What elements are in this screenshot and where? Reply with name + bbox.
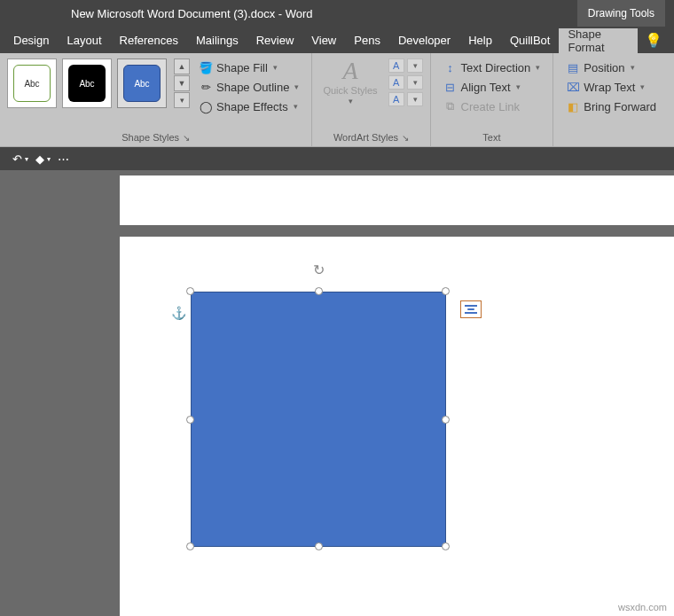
resize-handle-tl[interactable]: [186, 287, 194, 295]
shape-style-gallery: Abc Abc Abc ▲ ▼ ▾: [5, 57, 192, 111]
tab-pens[interactable]: Pens: [345, 28, 389, 52]
context-tab-label: Drawing Tools: [577, 0, 665, 27]
group-label-shape-styles: Shape Styles: [121, 132, 179, 143]
document-area: ⚓ ↻: [0, 170, 674, 616]
group-text: ↕Text Direction▾ ⊟Align Text▾ ⧉Create Li…: [431, 53, 554, 146]
watermark-text: wsxdn.com: [618, 602, 667, 612]
tell-me-icon[interactable]: 💡: [638, 32, 670, 49]
chevron-down-icon: ▾: [631, 63, 635, 72]
tab-layout[interactable]: Layout: [58, 28, 110, 52]
group-label-wordart: WordArt Styles: [333, 132, 398, 143]
chevron-down-icon: ▾: [294, 102, 298, 111]
resize-handle-ml[interactable]: [186, 416, 194, 424]
tab-developer[interactable]: Developer: [389, 28, 459, 52]
align-text-icon: ⊟: [443, 80, 458, 94]
tab-references[interactable]: References: [111, 28, 187, 52]
text-effects-button[interactable]: A: [388, 92, 404, 106]
text-outline-button[interactable]: A: [388, 75, 404, 90]
title-bar: New Microsoft Word Document (3).docx - W…: [0, 0, 674, 27]
group-shape-styles: Abc Abc Abc ▲ ▼ ▾ 🪣Shape Fill▾ ✏Shape Ou…: [0, 53, 312, 146]
link-icon: ⧉: [443, 99, 458, 113]
group-label-text: Text: [482, 132, 500, 143]
gallery-up-icon[interactable]: ▲: [174, 58, 190, 74]
resize-handle-bm[interactable]: [315, 542, 323, 550]
align-text-button[interactable]: ⊟Align Text▾: [440, 78, 545, 96]
ribbon: Abc Abc Abc ▲ ▼ ▾ 🪣Shape Fill▾ ✏Shape Ou…: [0, 53, 674, 147]
resize-handle-mr[interactable]: [442, 416, 450, 424]
text-effects-dropdown[interactable]: ▾: [407, 92, 423, 106]
text-direction-icon: ↕: [443, 60, 458, 74]
text-fill-button[interactable]: A: [388, 58, 404, 73]
dialog-launcher-icon[interactable]: ↘: [183, 133, 190, 143]
tab-shape-format[interactable]: Shape Format: [559, 28, 638, 53]
shape-outline-button[interactable]: ✏Shape Outline▾: [195, 78, 302, 96]
chevron-down-icon: ▾: [516, 82, 521, 91]
anchor-icon[interactable]: ⚓: [171, 306, 186, 320]
group-wordart-styles: A Quick Styles ▾ A ▾ A ▾ A ▾ WordArt Sty…: [312, 53, 430, 146]
bring-forward-icon: ◧: [566, 99, 580, 113]
paint-icon: ◆: [35, 152, 44, 166]
page-previous[interactable]: [120, 175, 674, 225]
chevron-down-icon: ▾: [294, 82, 299, 91]
wrap-text-button[interactable]: ⌧Wrap Text▾: [562, 78, 660, 96]
group-arrange: ▤Position▾ ⌧Wrap Text▾ ◧Bring Forward: [553, 53, 669, 146]
create-link-button: ⧉Create Link: [440, 97, 545, 115]
resize-handle-tm[interactable]: [315, 287, 323, 295]
page-current[interactable]: ⚓ ↻: [120, 237, 674, 616]
document-title: New Microsoft Word Document (3).docx - W…: [0, 7, 577, 20]
shape-style-3[interactable]: Abc: [117, 58, 167, 108]
chevron-down-icon: ▾: [536, 63, 540, 72]
undo-button[interactable]: ↶▾: [12, 152, 28, 166]
gallery-down-icon[interactable]: ▼: [174, 75, 190, 91]
chevron-down-icon: ▾: [25, 155, 28, 163]
qat-more[interactable]: ⋯: [58, 152, 69, 166]
resize-handle-bl[interactable]: [186, 542, 194, 550]
text-outline-dropdown[interactable]: ▾: [407, 75, 423, 90]
shape-effects-button[interactable]: ◯Shape Effects▾: [195, 97, 302, 115]
quick-access-toolbar: ↶▾ ◆▾ ⋯: [0, 147, 674, 170]
shape-style-1[interactable]: Abc: [7, 58, 57, 108]
gallery-nav: ▲ ▼ ▾: [174, 58, 190, 109]
tab-quillbot[interactable]: QuillBot: [501, 28, 560, 52]
gallery-more-icon[interactable]: ▾: [174, 92, 190, 108]
chevron-down-icon: ▾: [640, 82, 645, 91]
quick-styles-button[interactable]: A Quick Styles ▾: [317, 57, 382, 107]
format-painter-button[interactable]: ◆▾: [35, 152, 51, 166]
layout-options-button[interactable]: [460, 300, 482, 318]
effects-icon: ◯: [199, 99, 213, 113]
layout-options-icon: [465, 305, 477, 314]
tab-help[interactable]: Help: [459, 28, 501, 52]
shape-style-2[interactable]: Abc: [62, 58, 112, 108]
position-button[interactable]: ▤Position▾: [562, 58, 660, 76]
rectangle-shape[interactable]: [191, 292, 446, 547]
dialog-launcher-icon[interactable]: ↘: [402, 133, 409, 143]
tab-review[interactable]: Review: [247, 28, 303, 52]
chevron-down-icon: ▾: [273, 63, 278, 72]
wrap-text-icon: ⌧: [566, 80, 580, 94]
bucket-icon: 🪣: [199, 60, 213, 74]
resize-handle-br[interactable]: [442, 542, 450, 550]
pen-icon: ✏: [199, 80, 213, 94]
tab-mailings[interactable]: Mailings: [187, 28, 247, 52]
tab-view[interactable]: View: [302, 28, 345, 52]
shape-fill-button[interactable]: 🪣Shape Fill▾: [195, 58, 302, 76]
text-direction-button[interactable]: ↕Text Direction▾: [440, 58, 545, 76]
chevron-down-icon: ▾: [47, 155, 51, 163]
wordart-a-icon: A: [342, 58, 357, 83]
rotate-handle-icon[interactable]: ↻: [313, 261, 325, 274]
resize-handle-tr[interactable]: [442, 287, 450, 295]
tab-design[interactable]: Design: [4, 28, 58, 52]
bring-forward-button[interactable]: ◧Bring Forward: [562, 97, 660, 115]
text-fill-dropdown[interactable]: ▾: [407, 58, 423, 73]
position-icon: ▤: [566, 60, 580, 74]
selected-shape[interactable]: ↻: [191, 292, 457, 558]
menu-bar: Design Layout References Mailings Review…: [0, 27, 674, 53]
chevron-down-icon: ▾: [349, 97, 353, 105]
undo-icon: ↶: [12, 152, 22, 166]
